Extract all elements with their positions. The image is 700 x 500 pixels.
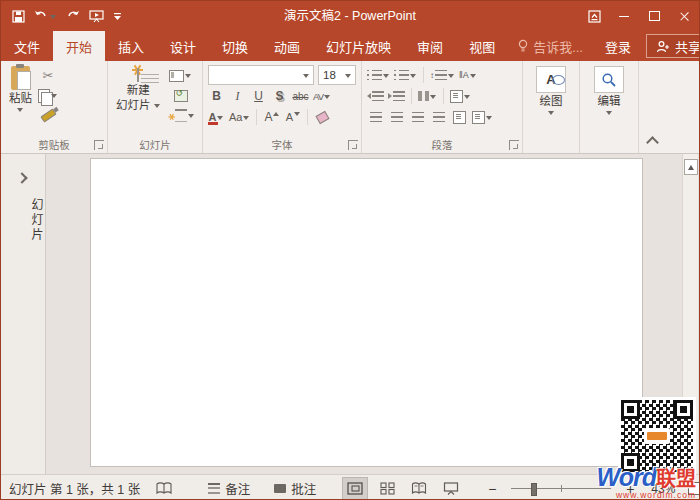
italic-button[interactable]: I xyxy=(229,88,246,105)
spell-check-button[interactable] xyxy=(156,482,172,495)
editing-button[interactable]: 编辑 xyxy=(591,65,627,116)
slide-layout-button[interactable] xyxy=(167,67,195,84)
comments-button[interactable]: 批注 xyxy=(274,479,316,498)
clear-formatting-button[interactable] xyxy=(314,109,331,126)
customize-qat-button[interactable] xyxy=(113,12,122,21)
columns-button[interactable] xyxy=(418,88,437,105)
section-button[interactable] xyxy=(167,107,195,124)
sign-in-button[interactable]: 登录 xyxy=(593,31,643,61)
layout-dropdown-icon[interactable] xyxy=(185,73,192,78)
tab-slideshow[interactable]: 幻灯片放映 xyxy=(313,31,404,61)
distribute-button[interactable] xyxy=(451,109,468,126)
cut-button[interactable]: ✂ xyxy=(38,67,58,84)
smartart-button[interactable] xyxy=(472,109,493,126)
slide-thumbnails-pane[interactable]: 幻灯片 xyxy=(1,154,46,474)
shrink-font-button[interactable]: A xyxy=(284,109,301,126)
redo-button[interactable] xyxy=(66,10,80,22)
section-dropdown-icon[interactable] xyxy=(188,113,195,118)
smartart-dropdown-icon[interactable] xyxy=(486,115,493,120)
new-slide-dropdown-icon[interactable] xyxy=(154,103,161,108)
text-direction-button[interactable]: ‖A xyxy=(459,67,477,84)
bold-button[interactable]: B xyxy=(208,88,225,105)
character-spacing-button[interactable]: AV xyxy=(313,88,331,105)
font-color-button[interactable]: A xyxy=(208,109,225,126)
line-spacing-dropdown-icon[interactable] xyxy=(448,73,455,78)
line-spacing-button[interactable]: ↕ xyxy=(430,67,455,84)
normal-view-button[interactable] xyxy=(342,477,368,500)
paragraph-dialog-launcher[interactable] xyxy=(509,140,519,150)
tell-me-box[interactable]: 告诉我... xyxy=(508,31,593,61)
undo-button[interactable] xyxy=(34,10,57,22)
align-center-icon xyxy=(391,112,403,122)
text-direction-dropdown-icon[interactable] xyxy=(470,73,477,78)
paste-dropdown-icon[interactable] xyxy=(17,107,24,112)
font-color-dropdown-icon[interactable] xyxy=(217,115,224,120)
align-left-button[interactable] xyxy=(367,109,384,126)
drawing-button[interactable]: A 绘图 xyxy=(533,65,569,116)
align-text-button[interactable] xyxy=(450,88,471,105)
share-button[interactable]: 共享 xyxy=(646,34,700,58)
font-dialog-launcher[interactable] xyxy=(348,140,358,150)
save-icon[interactable] xyxy=(12,10,25,23)
bullets-button[interactable] xyxy=(367,67,390,84)
new-slide-label-1: 新建 xyxy=(127,84,150,97)
bullets-dropdown-icon[interactable] xyxy=(383,73,390,78)
tab-animations[interactable]: 动画 xyxy=(261,31,313,61)
clipboard-dialog-launcher[interactable] xyxy=(94,140,104,150)
font-name-dropdown-icon[interactable] xyxy=(303,73,310,78)
minimize-button[interactable] xyxy=(609,1,639,31)
align-text-dropdown-icon[interactable] xyxy=(464,94,471,99)
collapse-ribbon-button[interactable] xyxy=(646,136,659,149)
editing-dropdown-icon[interactable] xyxy=(606,110,613,115)
undo-dropdown-icon[interactable] xyxy=(50,14,57,19)
notes-button[interactable]: 备注 xyxy=(208,479,250,498)
scroll-up-button[interactable] xyxy=(684,159,698,175)
tab-design[interactable]: 设计 xyxy=(157,31,209,61)
tab-insert[interactable]: 插入 xyxy=(105,31,157,61)
slide-canvas[interactable] xyxy=(90,158,643,467)
tab-file[interactable]: 文件 xyxy=(1,31,53,61)
grow-font-button[interactable]: A xyxy=(263,109,280,126)
tab-view[interactable]: 视图 xyxy=(456,31,508,61)
numbering-button[interactable] xyxy=(394,67,417,84)
slide-sorter-view-button[interactable] xyxy=(374,477,400,500)
change-case-button[interactable]: Aa xyxy=(229,109,250,126)
new-slide-button[interactable]: 新建 幻灯片 xyxy=(113,65,164,113)
align-center-button[interactable] xyxy=(388,109,405,126)
tab-home[interactable]: 开始 xyxy=(53,31,105,61)
text-shadow-button[interactable]: S xyxy=(271,88,288,105)
expand-pane-icon[interactable] xyxy=(16,172,27,183)
tab-transitions[interactable]: 切换 xyxy=(209,31,261,61)
format-painter-button[interactable] xyxy=(38,107,58,124)
font-size-combobox[interactable]: 18 xyxy=(318,65,356,85)
reset-slide-button[interactable] xyxy=(167,87,195,104)
increase-indent-button[interactable] xyxy=(388,88,405,105)
drawing-dropdown-icon[interactable] xyxy=(548,110,555,115)
change-case-dropdown-icon[interactable] xyxy=(243,115,250,120)
font-size-dropdown-icon[interactable] xyxy=(345,73,352,78)
justify-button[interactable] xyxy=(430,109,447,126)
strikethrough-button[interactable]: abc xyxy=(292,88,309,105)
tab-review[interactable]: 审阅 xyxy=(404,31,456,61)
font-name-combobox[interactable] xyxy=(208,65,314,85)
slideshow-view-button[interactable] xyxy=(438,477,464,500)
reading-view-button[interactable] xyxy=(406,477,432,500)
columns-dropdown-icon[interactable] xyxy=(430,94,437,99)
ribbon-display-options-button[interactable] xyxy=(579,1,609,31)
align-right-button[interactable] xyxy=(409,109,426,126)
start-slideshow-button[interactable] xyxy=(89,10,104,23)
zoom-out-button[interactable]: − xyxy=(486,481,498,497)
close-button[interactable] xyxy=(669,1,699,31)
editing-box xyxy=(594,66,624,93)
watermark: Word 联盟 www.wordlm.com xyxy=(597,465,696,500)
copy-dropdown-icon[interactable] xyxy=(51,93,58,98)
character-spacing-dropdown-icon[interactable] xyxy=(324,94,331,99)
slides-small-buttons xyxy=(167,65,195,124)
paste-button[interactable]: 粘贴 xyxy=(6,65,35,113)
underline-button[interactable]: U xyxy=(250,88,267,105)
copy-button[interactable] xyxy=(38,87,58,104)
zoom-slider-thumb[interactable] xyxy=(531,483,537,496)
maximize-button[interactable] xyxy=(639,1,669,31)
numbering-dropdown-icon[interactable] xyxy=(410,73,417,78)
decrease-indent-button[interactable] xyxy=(367,88,384,105)
